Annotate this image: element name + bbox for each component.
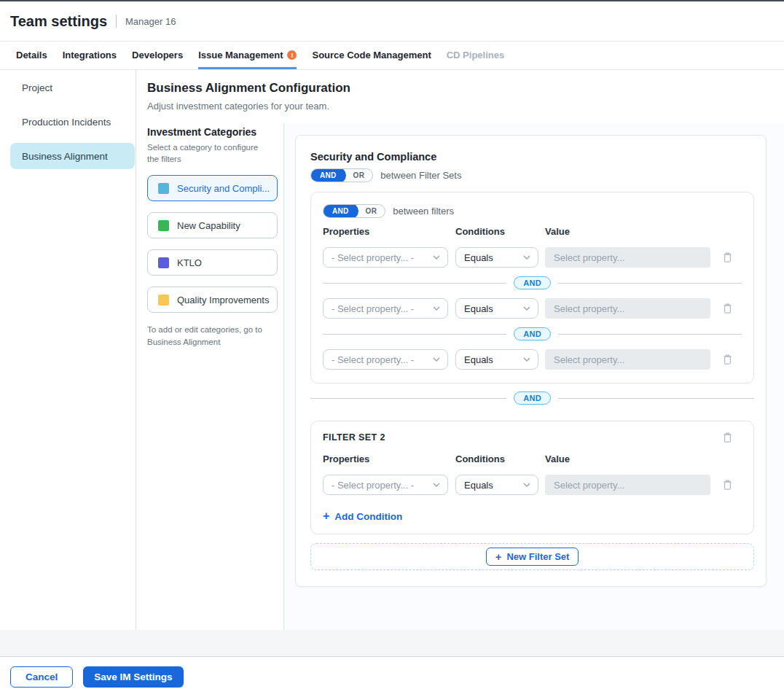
main-column: Business Alignment Configuration Adjust … xyxy=(136,70,784,630)
tab-issue-management[interactable]: Issue Management ! xyxy=(198,42,297,69)
category-label: Security and Compli... xyxy=(177,183,270,194)
or-toggle-option[interactable]: OR xyxy=(358,204,385,218)
tab-developers[interactable]: Developers xyxy=(132,42,183,69)
value-input[interactable] xyxy=(545,349,710,370)
filter-set-2-title: FILTER SET 2 xyxy=(323,432,385,443)
and-connector-pill: AND xyxy=(514,392,551,405)
page-title: Team settings xyxy=(10,13,107,30)
tab-cd-pipelines: CD Pipelines xyxy=(447,42,504,69)
investment-categories-panel: Investment Categories Select a category … xyxy=(136,123,284,630)
section-title: Business Alignment Configuration xyxy=(147,81,784,96)
conditions-column-header: Conditions xyxy=(455,453,545,464)
content-area: Project Production Incidents Business Al… xyxy=(0,70,784,630)
plus-icon: + xyxy=(495,551,502,562)
add-condition-button[interactable]: + Add Condition xyxy=(323,510,402,522)
and-connector-between-sets: AND xyxy=(310,392,754,405)
chevron-down-icon xyxy=(523,483,530,487)
filters-operator-row: AND OR between filters xyxy=(323,204,742,218)
condition-select[interactable]: Equals xyxy=(455,349,538,370)
filter-row: - Select property... - Equals xyxy=(323,298,742,319)
new-filter-set-label: New Filter Set xyxy=(506,551,569,562)
property-select[interactable]: - Select property... - xyxy=(323,247,448,268)
category-button-security-and-compliance[interactable]: Security and Compli... xyxy=(147,175,278,201)
property-select[interactable]: - Select property... - xyxy=(323,349,448,370)
page-header: Team settings Manager 16 xyxy=(0,1,784,42)
property-select[interactable]: - Select property... - xyxy=(323,298,448,319)
title-divider xyxy=(116,15,117,28)
and-or-toggle: AND OR xyxy=(310,168,373,182)
plus-icon: + xyxy=(323,510,329,522)
and-connector: AND xyxy=(323,276,742,289)
add-condition-label: Add Condition xyxy=(334,511,402,522)
new-filter-set-button[interactable]: + New Filter Set xyxy=(486,548,579,566)
properties-column-header: Properties xyxy=(323,226,455,237)
delete-filter-button[interactable] xyxy=(722,252,733,263)
filter-row: - Select property... - Equals xyxy=(323,247,742,268)
value-input[interactable] xyxy=(545,298,710,319)
value-column-header: Value xyxy=(545,453,570,464)
filter-configuration-area: Security and Compliance AND OR between F… xyxy=(284,123,784,630)
categories-title: Investment Categories xyxy=(147,126,276,138)
category-label: KTLO xyxy=(177,257,202,268)
tab-integrations[interactable]: Integrations xyxy=(63,42,117,69)
conditions-column-header: Conditions xyxy=(455,226,545,237)
value-input[interactable] xyxy=(545,475,710,495)
cancel-button[interactable]: Cancel xyxy=(10,666,73,688)
save-im-settings-button[interactable]: Save IM Settings xyxy=(83,666,183,688)
and-connector: AND xyxy=(323,327,742,340)
delete-filter-button[interactable] xyxy=(722,354,733,365)
selected-category-title: Security and Compliance xyxy=(310,151,754,163)
value-input[interactable] xyxy=(545,247,710,268)
section-body: Investment Categories Select a category … xyxy=(136,123,784,630)
delete-filter-set-button[interactable] xyxy=(722,432,733,443)
condition-select[interactable]: Equals xyxy=(455,475,538,495)
filter-set-1-card: AND OR between filters Properties Condit… xyxy=(310,192,754,383)
category-color-swatch xyxy=(158,295,169,305)
warning-icon: ! xyxy=(287,50,297,60)
sidebar-item-production-incidents[interactable]: Production Incidents xyxy=(10,109,135,135)
sidebar-item-project[interactable]: Project xyxy=(10,74,135,101)
filter-set-2-header: FILTER SET 2 xyxy=(323,432,742,443)
category-button-new-capability[interactable]: New Capability xyxy=(147,212,278,238)
categories-hint: Select a category to configure the filte… xyxy=(147,142,271,165)
categories-footnote: To add or edit categories, go to Busines… xyxy=(147,324,273,348)
properties-column-header: Properties xyxy=(323,453,455,464)
team-settings-page: Team settings Manager 16 Details Integra… xyxy=(0,0,784,697)
condition-select[interactable]: Equals xyxy=(455,247,538,268)
category-color-swatch xyxy=(158,257,169,268)
tab-bar: Details Integrations Developers Issue Ma… xyxy=(0,42,784,70)
and-or-toggle: AND OR xyxy=(323,204,385,218)
trash-icon xyxy=(722,479,733,491)
new-filter-set-zone: + New Filter Set xyxy=(310,543,754,570)
category-button-quality-improvements[interactable]: Quality Improvements xyxy=(147,287,278,313)
filter-configuration-panel: Security and Compliance AND OR between F… xyxy=(295,135,767,587)
property-select[interactable]: - Select property... - xyxy=(323,475,448,495)
manager-label: Manager 16 xyxy=(125,16,176,27)
filter-row: - Select property... - Equals xyxy=(323,475,742,495)
footer-action-bar: Cancel Save IM Settings xyxy=(0,656,784,697)
and-connector-pill: AND xyxy=(514,276,551,289)
or-toggle-option[interactable]: OR xyxy=(345,168,373,182)
chevron-down-icon xyxy=(523,306,530,311)
between-filters-label: between filters xyxy=(393,206,454,217)
trash-icon xyxy=(722,303,733,314)
category-button-ktlo[interactable]: KTLO xyxy=(147,249,278,276)
tab-source-code-management[interactable]: Source Code Management xyxy=(312,42,431,69)
and-toggle-option[interactable]: AND xyxy=(310,168,346,182)
tab-details[interactable]: Details xyxy=(16,42,47,69)
filter-row: - Select property... - Equals xyxy=(323,349,742,370)
delete-filter-button[interactable] xyxy=(722,479,733,491)
chevron-down-icon xyxy=(433,306,440,311)
and-connector-pill: AND xyxy=(514,327,551,340)
value-column-header: Value xyxy=(545,226,570,237)
and-toggle-option[interactable]: AND xyxy=(323,204,358,218)
settings-sidebar: Project Production Incidents Business Al… xyxy=(0,70,136,630)
category-color-swatch xyxy=(158,183,169,194)
condition-select[interactable]: Equals xyxy=(455,298,538,319)
chevron-down-icon xyxy=(433,357,440,362)
section-subtitle: Adjust investment categories for your te… xyxy=(147,101,784,112)
delete-filter-button[interactable] xyxy=(722,303,733,314)
chevron-down-icon xyxy=(523,357,530,362)
sidebar-item-business-alignment[interactable]: Business Alignment xyxy=(10,143,135,169)
category-color-swatch xyxy=(158,220,169,231)
